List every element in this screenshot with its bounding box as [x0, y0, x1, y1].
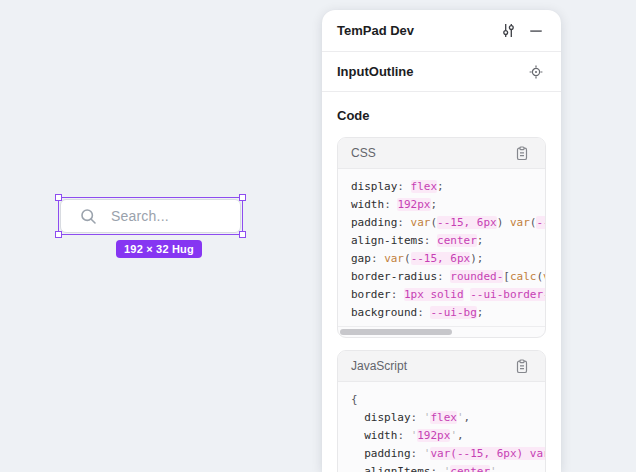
- search-icon: [80, 208, 97, 225]
- code-line: align-items: center;: [351, 232, 545, 250]
- javascript-block-header: JavaScript: [338, 351, 545, 382]
- search-input-component[interactable]: Search...: [60, 199, 241, 233]
- tempad-dev-plugin-panel: TemPad Dev InputOutline: [322, 10, 561, 472]
- code-line: alignItems: 'center',: [351, 463, 545, 472]
- code-line: border: 1px solid --ui-border-accent;: [351, 286, 545, 304]
- selection-handle-bottom-left[interactable]: [55, 231, 62, 238]
- css-code[interactable]: display: flex;width: 192px;padding: var(…: [338, 169, 545, 326]
- plugin-header: TemPad Dev: [322, 10, 561, 51]
- code-section-title: Code: [337, 108, 546, 123]
- selection-handle-top-left[interactable]: [55, 194, 62, 201]
- javascript-code-block: JavaScript { display: 'flex', width: '19…: [337, 350, 546, 472]
- selection-handle-top-right[interactable]: [239, 194, 246, 201]
- code-line: background: --ui-bg;: [351, 304, 545, 322]
- javascript-block-label: JavaScript: [351, 359, 407, 373]
- code-line: display: flex;: [351, 178, 545, 196]
- selection-handle-bottom-right[interactable]: [239, 231, 246, 238]
- code-line: padding: 'var(--15, 6px) var(--15, 6px)'…: [351, 445, 545, 463]
- code-line: width: '192px',: [351, 427, 545, 445]
- css-block-header: CSS: [338, 138, 545, 169]
- code-line: border-radius: rounded-[calc(var(--radiu…: [351, 268, 545, 286]
- code-line: width: 192px;: [351, 196, 545, 214]
- plugin-title: TemPad Dev: [337, 23, 414, 38]
- code-line: display: 'flex',: [351, 409, 545, 427]
- code-line: gap: var(--15, 6px);: [351, 250, 545, 268]
- css-block-footer: [338, 326, 545, 337]
- code-section: Code CSS display: flex;width: 192px;padd…: [322, 92, 561, 472]
- search-placeholder-text: Search...: [111, 208, 169, 224]
- selection-size-badge: 192 × 32 Hug: [116, 240, 202, 258]
- code-line: padding: var(--15, 6px) var(--15, 6px);: [351, 214, 545, 232]
- component-name: InputOutline: [337, 64, 414, 79]
- copy-clipboard-icon[interactable]: [512, 143, 532, 163]
- copy-clipboard-icon[interactable]: [512, 356, 532, 376]
- locate-target-icon[interactable]: [526, 62, 546, 82]
- css-block-label: CSS: [351, 146, 376, 160]
- minimize-icon[interactable]: [526, 21, 546, 41]
- code-line: {: [351, 391, 545, 409]
- horizontal-scrollbar-thumb[interactable]: [340, 329, 452, 335]
- selected-component-row: InputOutline: [322, 52, 561, 91]
- css-code-block: CSS display: flex;width: 192px;padding: …: [337, 137, 546, 338]
- javascript-code[interactable]: { display: 'flex', width: '192px', paddi…: [338, 382, 545, 472]
- preferences-sliders-icon[interactable]: [498, 21, 518, 41]
